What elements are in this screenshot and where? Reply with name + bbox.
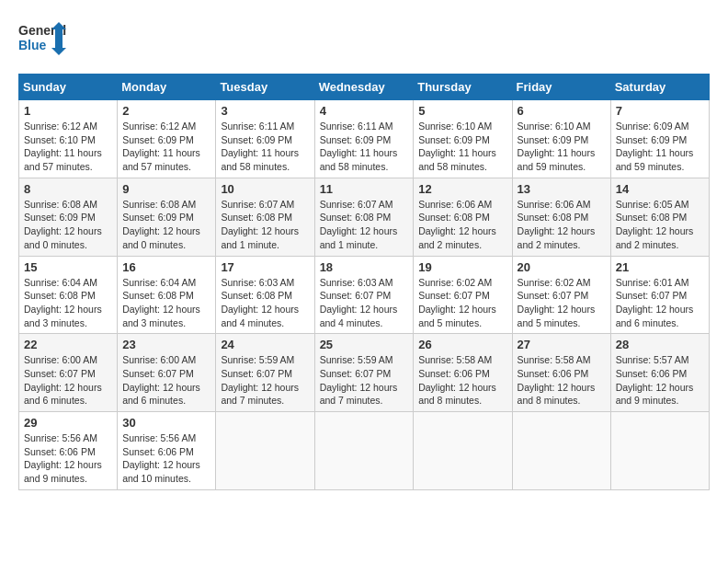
- day-info: Sunrise: 6:04 AM Sunset: 6:08 PM Dayligh…: [122, 276, 210, 330]
- calendar-cell: [610, 412, 709, 490]
- day-number: 21: [616, 260, 704, 274]
- calendar-cell: 21 Sunrise: 6:01 AM Sunset: 6:07 PM Dayl…: [610, 256, 709, 334]
- calendar: SundayMondayTuesdayWednesdayThursdayFrid…: [18, 74, 710, 490]
- calendar-cell: [216, 412, 314, 490]
- day-info: Sunrise: 6:10 AM Sunset: 6:09 PM Dayligh…: [518, 120, 606, 174]
- calendar-cell: [512, 412, 610, 490]
- weekday-header: Sunday: [19, 75, 118, 100]
- calendar-cell: 8 Sunrise: 6:08 AM Sunset: 6:09 PM Dayli…: [19, 178, 118, 256]
- calendar-cell: 27 Sunrise: 5:58 AM Sunset: 6:06 PM Dayl…: [512, 334, 610, 412]
- calendar-cell: 5 Sunrise: 6:10 AM Sunset: 6:09 PM Dayli…: [414, 100, 512, 178]
- calendar-cell: 28 Sunrise: 5:57 AM Sunset: 6:06 PM Dayl…: [610, 334, 709, 412]
- calendar-cell: 7 Sunrise: 6:09 AM Sunset: 6:09 PM Dayli…: [610, 100, 709, 178]
- calendar-cell: [314, 412, 414, 490]
- day-number: 27: [518, 338, 606, 351]
- calendar-cell: 25 Sunrise: 5:59 AM Sunset: 6:07 PM Dayl…: [314, 334, 414, 412]
- day-number: 20: [518, 260, 606, 274]
- day-info: Sunrise: 6:02 AM Sunset: 6:07 PM Dayligh…: [418, 276, 506, 330]
- calendar-cell: 20 Sunrise: 6:02 AM Sunset: 6:07 PM Dayl…: [512, 256, 610, 334]
- calendar-cell: 1 Sunrise: 6:12 AM Sunset: 6:10 PM Dayli…: [19, 100, 118, 178]
- day-info: Sunrise: 6:04 AM Sunset: 6:08 PM Dayligh…: [24, 276, 112, 330]
- calendar-cell: 23 Sunrise: 6:00 AM Sunset: 6:07 PM Dayl…: [118, 334, 216, 412]
- day-number: 10: [221, 182, 309, 196]
- calendar-cell: 18 Sunrise: 6:03 AM Sunset: 6:07 PM Dayl…: [314, 256, 414, 334]
- day-number: 13: [518, 182, 606, 196]
- calendar-cell: 19 Sunrise: 6:02 AM Sunset: 6:07 PM Dayl…: [414, 256, 512, 334]
- day-number: 17: [221, 260, 309, 274]
- day-number: 11: [320, 182, 409, 196]
- calendar-cell: 24 Sunrise: 5:59 AM Sunset: 6:07 PM Dayl…: [216, 334, 314, 412]
- day-number: 22: [24, 338, 112, 351]
- day-number: 23: [122, 338, 210, 351]
- day-number: 15: [24, 260, 112, 274]
- day-info: Sunrise: 6:09 AM Sunset: 6:09 PM Dayligh…: [616, 120, 704, 174]
- day-number: 4: [320, 104, 409, 118]
- day-info: Sunrise: 6:00 AM Sunset: 6:07 PM Dayligh…: [122, 353, 210, 408]
- calendar-cell: 16 Sunrise: 6:04 AM Sunset: 6:08 PM Dayl…: [118, 256, 216, 334]
- calendar-cell: 26 Sunrise: 5:58 AM Sunset: 6:06 PM Dayl…: [414, 334, 512, 412]
- day-info: Sunrise: 6:05 AM Sunset: 6:08 PM Dayligh…: [616, 198, 704, 252]
- day-info: Sunrise: 6:12 AM Sunset: 6:10 PM Dayligh…: [24, 120, 112, 174]
- day-info: Sunrise: 6:06 AM Sunset: 6:08 PM Dayligh…: [418, 198, 506, 252]
- day-info: Sunrise: 6:06 AM Sunset: 6:08 PM Dayligh…: [518, 198, 606, 252]
- day-number: 28: [616, 338, 704, 351]
- day-number: 9: [122, 182, 210, 196]
- calendar-cell: [414, 412, 512, 490]
- day-number: 24: [221, 338, 309, 351]
- day-number: 19: [418, 260, 506, 274]
- day-number: 26: [418, 338, 506, 351]
- day-info: Sunrise: 6:08 AM Sunset: 6:09 PM Dayligh…: [24, 198, 112, 252]
- svg-text:Blue: Blue: [18, 38, 47, 52]
- day-info: Sunrise: 6:03 AM Sunset: 6:07 PM Dayligh…: [320, 276, 409, 330]
- day-info: Sunrise: 6:00 AM Sunset: 6:07 PM Dayligh…: [24, 353, 112, 408]
- day-info: Sunrise: 6:11 AM Sunset: 6:09 PM Dayligh…: [221, 120, 309, 174]
- calendar-cell: 6 Sunrise: 6:10 AM Sunset: 6:09 PM Dayli…: [512, 100, 610, 178]
- day-info: Sunrise: 6:10 AM Sunset: 6:09 PM Dayligh…: [418, 120, 506, 174]
- day-number: 2: [122, 104, 210, 118]
- calendar-cell: 11 Sunrise: 6:07 AM Sunset: 6:08 PM Dayl…: [314, 178, 414, 256]
- day-number: 18: [320, 260, 409, 274]
- day-number: 25: [320, 338, 409, 351]
- day-number: 3: [221, 104, 309, 118]
- weekday-header: Tuesday: [216, 75, 314, 100]
- weekday-header: Friday: [512, 75, 610, 100]
- day-info: Sunrise: 6:07 AM Sunset: 6:08 PM Dayligh…: [221, 198, 309, 252]
- day-info: Sunrise: 6:02 AM Sunset: 6:07 PM Dayligh…: [518, 276, 606, 330]
- day-number: 29: [24, 416, 112, 430]
- day-info: Sunrise: 6:08 AM Sunset: 6:09 PM Dayligh…: [122, 198, 210, 252]
- day-info: Sunrise: 6:11 AM Sunset: 6:09 PM Dayligh…: [320, 120, 409, 174]
- day-number: 5: [418, 104, 506, 118]
- logo: General Blue: [18, 18, 66, 59]
- calendar-cell: 17 Sunrise: 6:03 AM Sunset: 6:08 PM Dayl…: [216, 256, 314, 334]
- calendar-cell: 14 Sunrise: 6:05 AM Sunset: 6:08 PM Dayl…: [610, 178, 709, 256]
- calendar-cell: 10 Sunrise: 6:07 AM Sunset: 6:08 PM Dayl…: [216, 178, 314, 256]
- day-info: Sunrise: 5:58 AM Sunset: 6:06 PM Dayligh…: [418, 353, 506, 408]
- weekday-header: Thursday: [414, 75, 512, 100]
- day-info: Sunrise: 5:59 AM Sunset: 6:07 PM Dayligh…: [320, 353, 409, 408]
- day-info: Sunrise: 6:01 AM Sunset: 6:07 PM Dayligh…: [616, 276, 704, 330]
- weekday-header: Monday: [118, 75, 216, 100]
- day-info: Sunrise: 5:56 AM Sunset: 6:06 PM Dayligh…: [122, 431, 210, 486]
- weekday-header: Saturday: [610, 75, 709, 100]
- calendar-cell: 15 Sunrise: 6:04 AM Sunset: 6:08 PM Dayl…: [19, 256, 118, 334]
- day-number: 14: [616, 182, 704, 196]
- day-number: 1: [24, 104, 112, 118]
- calendar-cell: 12 Sunrise: 6:06 AM Sunset: 6:08 PM Dayl…: [414, 178, 512, 256]
- day-info: Sunrise: 6:12 AM Sunset: 6:09 PM Dayligh…: [122, 120, 210, 174]
- calendar-cell: 30 Sunrise: 5:56 AM Sunset: 6:06 PM Dayl…: [118, 412, 216, 490]
- logo-svg: General Blue: [18, 18, 66, 59]
- calendar-cell: 13 Sunrise: 6:06 AM Sunset: 6:08 PM Dayl…: [512, 178, 610, 256]
- day-number: 6: [518, 104, 606, 118]
- day-number: 8: [24, 182, 112, 196]
- calendar-cell: 22 Sunrise: 6:00 AM Sunset: 6:07 PM Dayl…: [19, 334, 118, 412]
- calendar-cell: 29 Sunrise: 5:56 AM Sunset: 6:06 PM Dayl…: [19, 412, 118, 490]
- calendar-cell: 9 Sunrise: 6:08 AM Sunset: 6:09 PM Dayli…: [118, 178, 216, 256]
- day-info: Sunrise: 5:56 AM Sunset: 6:06 PM Dayligh…: [24, 431, 112, 486]
- day-number: 30: [122, 416, 210, 430]
- day-info: Sunrise: 5:57 AM Sunset: 6:06 PM Dayligh…: [616, 353, 704, 408]
- day-info: Sunrise: 5:59 AM Sunset: 6:07 PM Dayligh…: [221, 353, 309, 408]
- day-number: 7: [616, 104, 704, 118]
- calendar-cell: 3 Sunrise: 6:11 AM Sunset: 6:09 PM Dayli…: [216, 100, 314, 178]
- day-number: 16: [122, 260, 210, 274]
- calendar-cell: 2 Sunrise: 6:12 AM Sunset: 6:09 PM Dayli…: [118, 100, 216, 178]
